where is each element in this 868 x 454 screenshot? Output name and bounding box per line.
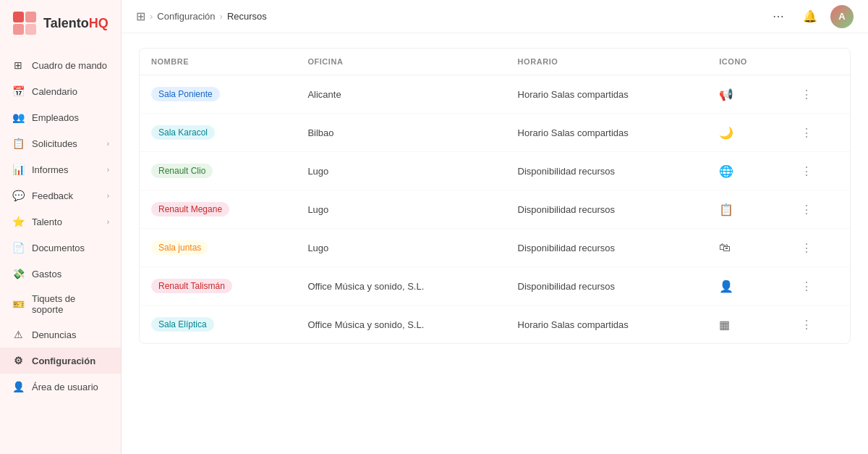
logo-name: Talento <box>43 16 89 30</box>
cell-actions-2: ⋮ <box>785 152 850 190</box>
sidebar-label-denuncias: Denuncias <box>32 329 109 340</box>
cell-oficina-6: Office Música y sonido, S.L. <box>296 306 506 344</box>
sidebar-label-informes: Informes <box>32 164 100 175</box>
bell-icon: 🔔 <box>803 9 817 23</box>
table-header: NOMBRE OFICINA HORARIO ICONO <box>140 49 850 75</box>
sidebar-label-talento: Talento <box>32 217 100 227</box>
sidebar-item-calendario[interactable]: 📅Calendario <box>0 78 121 104</box>
empleados-icon: 👥 <box>12 111 25 124</box>
resource-tag[interactable]: Sala juntas <box>151 240 208 255</box>
cell-horario-2: Disponibilidad recursos <box>506 152 708 190</box>
sidebar-item-tiquets[interactable]: 🎫Tiquets de soporte <box>0 287 121 321</box>
breadcrumb-sep2: › <box>220 11 223 22</box>
resource-tag[interactable]: Renault Clio <box>151 164 213 178</box>
cell-oficina-4: Lugo <box>296 229 506 267</box>
configuracion-icon: ⚙ <box>12 354 25 367</box>
table-row: Sala ElípticaOffice Música y sonido, S.L… <box>140 306 850 344</box>
breadcrumb-sep1: › <box>150 11 153 22</box>
sidebar-item-gastos[interactable]: 💸Gastos <box>0 261 121 287</box>
user-avatar[interactable]: A <box>830 5 854 28</box>
breadcrumb-level2: Recursos <box>227 11 267 22</box>
cell-icono-6: ▦ <box>707 306 785 344</box>
row-menu-button[interactable]: ⋮ <box>796 161 817 181</box>
documentos-icon: 📄 <box>12 241 25 254</box>
col-actions <box>785 49 850 75</box>
resource-tag[interactable]: Sala Elíptica <box>151 317 214 332</box>
solicitudes-icon: 📋 <box>12 137 25 150</box>
row-menu-button[interactable]: ⋮ <box>796 314 817 335</box>
table-row: Sala juntasLugoDisponibilidad recursos🛍⋮ <box>140 229 850 267</box>
home-icon[interactable]: ⊞ <box>136 9 145 23</box>
sidebar-label-configuracion: Configuración <box>32 356 109 366</box>
sidebar-label-empleados: Empleados <box>32 112 109 123</box>
cell-actions-1: ⋮ <box>785 114 850 152</box>
row-menu-button[interactable]: ⋮ <box>796 199 817 219</box>
sidebar-item-solicitudes[interactable]: 📋Solicitudes› <box>0 130 121 156</box>
row-menu-button[interactable]: ⋮ <box>796 84 817 104</box>
logo-icon <box>12 10 38 36</box>
sidebar-item-informes[interactable]: 📊Informes› <box>0 156 121 182</box>
app-logo[interactable]: TalentoHQ <box>0 0 121 46</box>
sidebar-label-cuadro: Cuadro de mando <box>32 60 109 71</box>
sidebar-item-empleados[interactable]: 👥Empleados <box>0 104 121 130</box>
sidebar-item-documentos[interactable]: 📄Documentos <box>0 235 121 261</box>
cell-oficina-1: Bilbao <box>296 114 506 152</box>
row-menu-button[interactable]: ⋮ <box>796 276 817 296</box>
col-nombre: NOMBRE <box>140 49 296 75</box>
cell-icono-0: 📢 <box>707 75 785 114</box>
col-oficina: OFICINA <box>296 49 506 75</box>
header: ⊞ › Configuración › Recursos ⋯ 🔔 A <box>122 0 868 33</box>
chevron-icon: › <box>107 218 109 226</box>
chevron-icon: › <box>107 140 109 148</box>
resource-tag[interactable]: Renault Talismán <box>151 279 232 293</box>
resource-tag[interactable]: Sala Poniente <box>151 87 220 101</box>
main-content: ⊞ › Configuración › Recursos ⋯ 🔔 A NOMBR <box>122 0 868 454</box>
cell-nombre-3: Renault Megane <box>140 190 296 229</box>
col-horario: HORARIO <box>506 49 708 75</box>
sidebar-item-denuncias[interactable]: ⚠Denuncias <box>0 321 121 348</box>
resource-tag[interactable]: Renault Megane <box>151 202 229 217</box>
sidebar-label-area: Área de usuario <box>32 382 109 392</box>
sidebar-item-talento[interactable]: ⭐Talento› <box>0 209 121 235</box>
denuncias-icon: ⚠ <box>12 328 25 341</box>
cell-oficina-3: Lugo <box>296 190 506 229</box>
ellipsis-icon: ⋯ <box>773 9 784 23</box>
sidebar-label-documentos: Documentos <box>32 243 109 253</box>
sidebar: TalentoHQ ⊞Cuadro de mando📅Calendario👥Em… <box>0 0 122 454</box>
cell-actions-0: ⋮ <box>785 75 850 114</box>
cell-nombre-5: Renault Talismán <box>140 267 296 306</box>
sidebar-label-feedback: Feedback <box>32 190 100 201</box>
cell-actions-5: ⋮ <box>785 267 850 306</box>
cell-icono-2: 🌐 <box>707 152 785 190</box>
cell-icono-3: 📋 <box>707 190 785 229</box>
cell-oficina-0: Alicante <box>296 75 506 114</box>
table-row: Renault TalismánOffice Música y sonido, … <box>140 267 850 306</box>
notifications-button[interactable]: 🔔 <box>799 5 822 28</box>
sidebar-item-area[interactable]: 👤Área de usuario <box>0 374 121 400</box>
table-row: Renault MeganeLugoDisponibilidad recurso… <box>140 190 850 229</box>
cell-nombre-0: Sala Poniente <box>140 75 296 114</box>
cell-actions-6: ⋮ <box>785 306 850 344</box>
sidebar-label-calendario: Calendario <box>32 86 109 97</box>
sidebar-label-gastos: Gastos <box>32 269 109 279</box>
cell-nombre-1: Sala Karacol <box>140 114 296 152</box>
breadcrumb: ⊞ › Configuración › Recursos <box>136 9 267 23</box>
row-menu-button[interactable]: ⋮ <box>796 237 817 258</box>
cell-icono-1: 🌙 <box>707 114 785 152</box>
table-row: Sala KaracolBilbaoHorario Salas comparti… <box>140 114 850 152</box>
cell-horario-1: Horario Salas compartidas <box>506 114 708 152</box>
header-actions: ⋯ 🔔 A <box>767 5 854 28</box>
feedback-icon: 💬 <box>12 189 25 202</box>
sidebar-item-cuadro[interactable]: ⊞Cuadro de mando <box>0 52 121 78</box>
svg-rect-0 <box>13 12 24 22</box>
page-content: NOMBRE OFICINA HORARIO ICONO Sala Ponien… <box>122 33 868 454</box>
more-options-button[interactable]: ⋯ <box>767 5 790 28</box>
talento-icon: ⭐ <box>12 215 25 228</box>
sidebar-label-tiquets: Tiquets de soporte <box>32 293 109 315</box>
sidebar-item-feedback[interactable]: 💬Feedback› <box>0 182 121 209</box>
sidebar-item-configuracion[interactable]: ⚙Configuración <box>0 348 121 374</box>
calendario-icon: 📅 <box>12 85 25 98</box>
resource-tag[interactable]: Sala Karacol <box>151 125 215 140</box>
row-menu-button[interactable]: ⋮ <box>796 122 817 143</box>
breadcrumb-level1[interactable]: Configuración <box>157 11 215 22</box>
